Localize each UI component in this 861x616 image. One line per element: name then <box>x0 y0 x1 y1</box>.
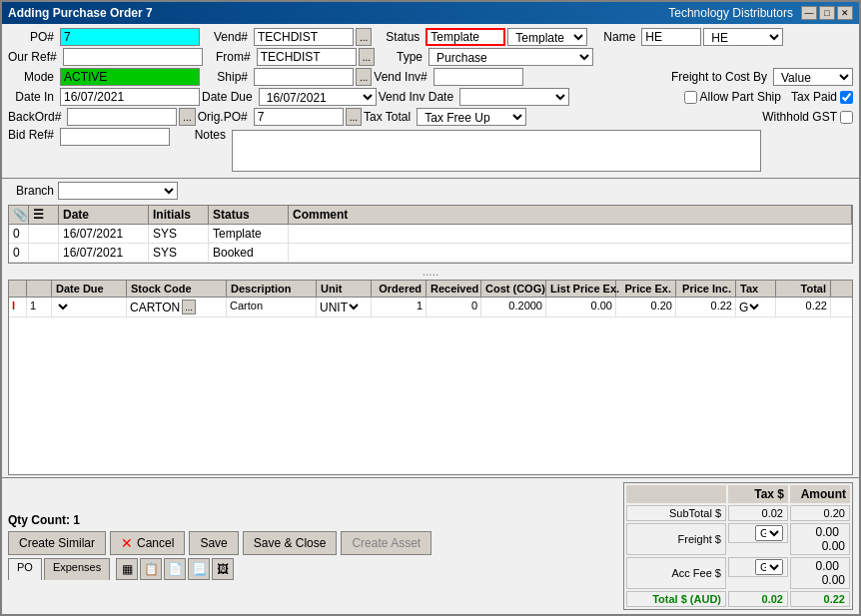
col-initials: Initials <box>149 206 209 224</box>
our-ref-label: Our Ref# <box>8 50 61 64</box>
acc-fee-row: Acc Fee $ G 0.00 0.00 <box>626 557 850 589</box>
stock-dots-button[interactable]: ... <box>182 300 196 314</box>
tax-dropdown[interactable]: ▼ <box>748 301 762 313</box>
subtotal-tax: 0.02 <box>728 505 788 521</box>
tax-total-select[interactable]: Tax Free Up <box>417 108 526 126</box>
date-due-select[interactable]: 16/07/2021 <box>259 88 377 106</box>
notes-row2-status: Booked <box>209 244 289 262</box>
vend-field[interactable] <box>254 28 354 46</box>
tax-paid-checkbox[interactable] <box>840 91 853 104</box>
subtotal-row: SubTotal $ 0.02 0.20 <box>626 505 850 521</box>
notes-textarea[interactable] <box>232 130 761 172</box>
subtotal-amount: 0.20 <box>790 505 850 521</box>
maximize-button[interactable]: □ <box>819 6 835 20</box>
window-title: Adding Purchase Order 7 <box>8 6 153 20</box>
cancel-button[interactable]: ✕ Cancel <box>110 531 185 555</box>
tab-expenses[interactable]: Expenses <box>44 558 110 580</box>
form-row-2: Our Ref# From# ... Type Purchase <box>8 48 853 66</box>
unit-dropdown[interactable]: ▼ <box>348 301 362 313</box>
line-grid-row[interactable]: I 1 ▼ CARTON ... Carton UNIT ▼ 1 0 0.200… <box>9 298 852 317</box>
save-close-button[interactable]: Save & Close <box>243 531 338 555</box>
company-name: Technology Distributors <box>668 6 793 20</box>
vend-inv-field[interactable] <box>433 68 523 86</box>
date-in-label: Date In <box>8 90 58 104</box>
doc-icon[interactable]: 📃 <box>188 558 210 580</box>
tab-po[interactable]: PO <box>8 558 42 580</box>
orig-po-field[interactable] <box>254 108 344 126</box>
date-in-field[interactable] <box>60 88 200 106</box>
line-row1-price-inc: 0.22 <box>676 298 736 316</box>
name-select[interactable]: HE <box>703 28 783 46</box>
line-row1-date-due: ▼ <box>52 298 127 316</box>
ship-field[interactable] <box>254 68 354 86</box>
po-label: PO# <box>8 30 58 44</box>
line-row1-num: 1 <box>27 298 52 316</box>
vend-label: Vend# <box>202 30 252 44</box>
acc-fee-tax-select[interactable]: G <box>755 559 783 575</box>
title-bar-right: Technology Distributors — □ ✕ <box>668 6 853 20</box>
line-col-price-ex: Price Ex. <box>616 281 676 297</box>
create-similar-button[interactable]: Create Similar <box>8 531 106 555</box>
notes-row1-date: 16/07/2021 <box>59 225 149 243</box>
vend-dots-button[interactable]: ... <box>356 28 372 46</box>
minimize-button[interactable]: — <box>801 6 817 20</box>
line-col-received: Received <box>427 281 481 297</box>
image-icon[interactable]: 🖼 <box>212 558 234 580</box>
tax-total-label: Tax Total <box>364 110 415 124</box>
line-col-unit: Unit <box>317 281 372 297</box>
form-row-6: Bid Ref# Notes <box>8 128 853 172</box>
form-row-4: Date In Date Due 16/07/2021 Vend Inv Dat… <box>8 88 853 106</box>
ship-dots-button[interactable]: ... <box>356 68 372 86</box>
line-col-cost: Cost (COG) <box>481 281 546 297</box>
acc-fee-label: Acc Fee $ <box>626 557 726 589</box>
close-button[interactable]: ✕ <box>837 6 853 20</box>
freight-select[interactable]: Value <box>773 68 853 86</box>
our-ref-field[interactable] <box>63 48 203 66</box>
orig-po-dots-button[interactable]: ... <box>346 108 362 126</box>
allow-part-ship-label: Allow Part Ship <box>684 90 781 104</box>
notes-label: Notes <box>180 128 230 142</box>
backord-dots-button[interactable]: ... <box>179 108 195 126</box>
line-date-dropdown[interactable]: ▼ <box>57 301 71 313</box>
total-amount: 0.22 <box>790 591 850 607</box>
splitter[interactable]: ..... <box>2 266 859 278</box>
freight-summary-label: Freight $ <box>626 523 726 555</box>
col-date: Date <box>59 206 149 224</box>
line-row1-flag: I <box>9 298 27 316</box>
status-label: Status <box>374 30 424 44</box>
create-asset-button[interactable]: Create Asset <box>341 531 431 555</box>
notes-grid-row[interactable]: 0 16/07/2021 SYS Template <box>9 225 852 244</box>
mode-field[interactable] <box>60 68 200 86</box>
orig-po-label: Orig.PO# <box>198 110 252 124</box>
status-select[interactable]: Template <box>507 28 587 46</box>
save-button[interactable]: Save <box>189 531 238 555</box>
line-col-ordered: Ordered <box>372 281 427 297</box>
freight-tax-select[interactable]: G <box>755 525 783 541</box>
type-select[interactable]: Purchase <box>429 48 593 66</box>
lines-grid-header: Date Due Stock Code Description Unit Ord… <box>9 281 852 298</box>
branch-select[interactable] <box>58 182 178 200</box>
copy-icon[interactable]: 📄 <box>164 558 186 580</box>
status-field[interactable] <box>426 28 505 46</box>
allow-part-ship-checkbox[interactable] <box>684 91 697 104</box>
po-field[interactable] <box>60 28 200 46</box>
vend-inv-date-select[interactable] <box>459 88 569 106</box>
notes-grid: 📎 ☰ Date Initials Status Comment 0 16/07… <box>8 205 853 264</box>
name-field[interactable] <box>641 28 701 46</box>
withhold-gst-checkbox[interactable] <box>840 111 853 124</box>
bid-ref-field[interactable] <box>60 128 170 146</box>
backord-field[interactable] <box>67 108 177 126</box>
from-dots-button[interactable]: ... <box>359 48 375 66</box>
col-list: ☰ <box>29 206 59 224</box>
type-label: Type <box>377 50 427 64</box>
line-row1-cost: 0.2000 <box>481 298 546 316</box>
freight-amount-cell: 0.00 0.00 <box>790 523 850 555</box>
bid-ref-label: Bid Ref# <box>8 128 58 142</box>
bottom-area: Qty Count: 1 Create Similar ✕ Cancel Sav… <box>2 477 859 614</box>
notes-row2-comment <box>289 244 852 262</box>
notes-grid-row-2[interactable]: 0 16/07/2021 SYS Booked <box>9 244 852 263</box>
paste-icon[interactable]: 📋 <box>140 558 162 580</box>
grid-icon[interactable]: ▦ <box>116 558 138 580</box>
from-field[interactable] <box>257 48 357 66</box>
freight-tax-cell: G <box>728 523 788 543</box>
